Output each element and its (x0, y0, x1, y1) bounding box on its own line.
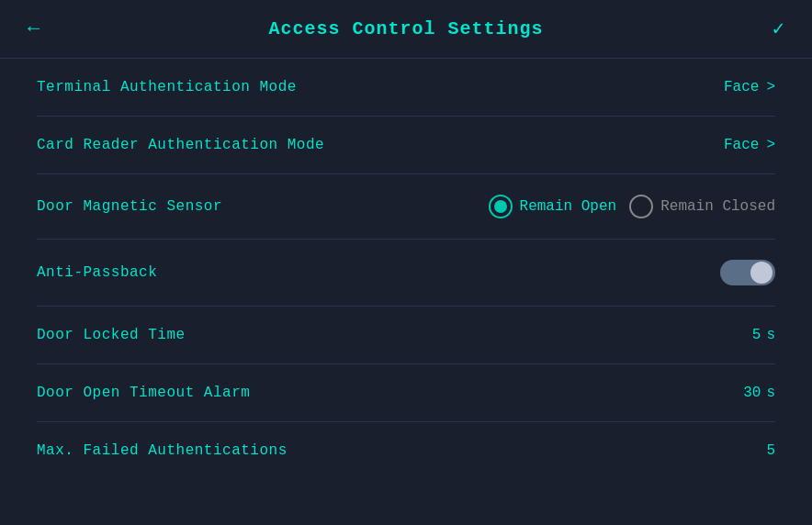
setting-row-door-open-timeout-alarm[interactable]: Door Open Timeout Alarm 30 s (37, 364, 775, 422)
setting-row-door-locked-time[interactable]: Door Locked Time 5 s (37, 307, 775, 364)
setting-value-terminal-auth-mode[interactable]: Face > (724, 79, 775, 95)
radio-group-door-magnetic-sensor: Remain Open Remain Closed (489, 195, 775, 218)
radio-label-remain-closed: Remain Closed (660, 198, 775, 215)
setting-value-door-locked-time: 5 s (752, 327, 775, 343)
setting-label-terminal-auth-mode: Terminal Authentication Mode (37, 79, 297, 95)
radio-option-remain-closed[interactable]: Remain Closed (629, 195, 775, 218)
back-icon[interactable]: ← (28, 17, 39, 40)
terminal-auth-mode-chevron: > (766, 79, 775, 95)
card-reader-auth-mode-chevron: > (766, 137, 775, 153)
door-locked-time-value: 5 (752, 327, 761, 343)
door-open-timeout-alarm-unit: s (766, 385, 775, 401)
terminal-auth-mode-value: Face (724, 79, 759, 95)
settings-list: Terminal Authentication Mode Face > Card… (0, 59, 812, 479)
setting-row-max-failed-authentications[interactable]: Max. Failed Authentications 5 (37, 422, 775, 479)
toggle-switch-anti-passback[interactable] (720, 260, 775, 285)
radio-label-remain-open: Remain Open (520, 198, 617, 215)
setting-label-max-failed-authentications: Max. Failed Authentications (37, 442, 288, 459)
card-reader-auth-mode-value: Face (724, 137, 759, 153)
setting-value-card-reader-auth-mode[interactable]: Face > (724, 137, 775, 153)
setting-row-anti-passback: Anti-Passback (37, 240, 775, 307)
setting-label-card-reader-auth-mode: Card Reader Authentication Mode (37, 137, 324, 153)
toggle-knob-anti-passback (750, 262, 773, 284)
radio-circle-remain-open[interactable] (489, 195, 513, 218)
setting-value-door-open-timeout-alarm: 30 s (743, 385, 775, 401)
radio-circle-remain-closed[interactable] (629, 195, 653, 218)
door-open-timeout-alarm-value: 30 (743, 385, 761, 401)
setting-row-door-magnetic-sensor: Door Magnetic Sensor Remain Open Remain … (37, 174, 775, 240)
max-failed-authentications-value: 5 (766, 442, 775, 459)
header: ← Access Control Settings ✓ (0, 0, 812, 59)
setting-value-max-failed-authentications: 5 (766, 442, 775, 459)
radio-option-remain-open[interactable]: Remain Open (489, 195, 617, 218)
setting-row-terminal-auth-mode[interactable]: Terminal Authentication Mode Face > (37, 59, 775, 117)
door-locked-time-unit: s (766, 327, 775, 343)
setting-row-card-reader-auth-mode[interactable]: Card Reader Authentication Mode Face > (37, 117, 775, 174)
setting-label-anti-passback: Anti-Passback (37, 264, 157, 281)
setting-label-door-locked-time: Door Locked Time (37, 327, 186, 343)
setting-label-door-magnetic-sensor: Door Magnetic Sensor (37, 198, 222, 215)
confirm-icon[interactable]: ✓ (773, 17, 784, 41)
page-title: Access Control Settings (268, 18, 543, 39)
setting-label-door-open-timeout-alarm: Door Open Timeout Alarm (37, 385, 250, 401)
